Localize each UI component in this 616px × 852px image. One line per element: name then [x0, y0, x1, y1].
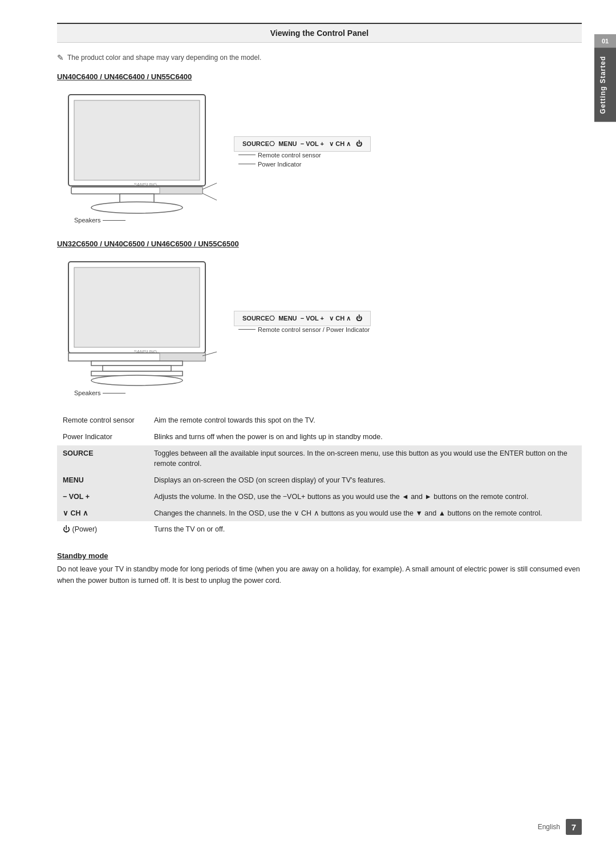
- tv-and-controls-1: SAMSUNG SOURCE⎔ MENU − VOL: [57, 89, 371, 214]
- svg-line-8: [202, 193, 217, 200]
- table-label: − VOL +: [57, 489, 148, 505]
- tv-and-controls-2: SAMSUNG SOURCE⎔ MENU − V: [57, 256, 371, 387]
- svg-rect-1: [74, 100, 200, 180]
- tv-diagram-1-wrapper: SAMSUNG SOURCE⎔ MENU − VOL: [57, 89, 371, 224]
- speakers-label-1: Speakers: [74, 217, 125, 224]
- footer-lang: English: [538, 823, 560, 831]
- table-label: ∨ CH ∧: [57, 505, 148, 522]
- footer: English 7: [538, 819, 582, 835]
- side-tab: 01 Getting Started: [594, 34, 616, 122]
- table-label: Remote control sensor: [57, 412, 148, 429]
- table-label: SOURCE: [57, 445, 148, 473]
- table-row: Remote control sensorAim the remote cont…: [57, 412, 582, 429]
- table-row: Power IndicatorBlinks and turns off when…: [57, 429, 582, 445]
- standby-text: Do not leave your TV in standby mode for…: [57, 563, 582, 586]
- table-label: MENU: [57, 472, 148, 489]
- table-row: ∨ CH ∧Changes the channels. In the OSD, …: [57, 505, 582, 522]
- svg-text:SAMSUNG: SAMSUNG: [134, 182, 157, 187]
- svg-rect-13: [160, 353, 205, 361]
- table-description: Changes the channels. In the OSD, use th…: [148, 505, 582, 522]
- section2-heading: UN32C6500 / UN40C6500 / UN46C6500 / UN55…: [57, 240, 582, 248]
- footer-page: 7: [566, 819, 582, 835]
- section1-heading: UN40C6400 / UN46C6400 / UN55C6400: [57, 72, 582, 81]
- controls-group-1: SOURCE⎔ MENU − VOL + ∨ CH ∧ ⏻ Remote con…: [234, 136, 371, 168]
- table-description: Aim the remote control towards this spot…: [148, 412, 582, 429]
- svg-point-17: [91, 375, 183, 386]
- table-row: − VOL +Adjusts the volume. In the OSD, u…: [57, 489, 582, 505]
- control-bar-2: SOURCE⎔ MENU − VOL + ∨ CH ∧ ⏻: [234, 311, 371, 326]
- table-description: Displays an on-screen the OSD (on screen…: [148, 472, 582, 489]
- table-row: ⏻ (Power)Turns the TV on or off.: [57, 521, 582, 538]
- right-labels-2: Remote control sensor / Power Indicator: [238, 326, 371, 333]
- note-icon: ✎: [57, 53, 64, 62]
- controls-group-2: SOURCE⎔ MENU − VOL + ∨ CH ∧ ⏻ Remote con…: [234, 311, 371, 333]
- remote-power-label-2: Remote control sensor / Power Indicator: [238, 326, 371, 333]
- table-label: Power Indicator: [57, 429, 148, 445]
- side-tab-number: 01: [594, 34, 616, 48]
- standby-heading: Standby mode: [57, 551, 582, 560]
- remote-sensor-label-1: Remote control sensor: [238, 152, 371, 159]
- tv-svg-2: SAMSUNG: [57, 256, 228, 387]
- table-row: SOURCEToggles between all the available …: [57, 445, 582, 473]
- note-text: The product color and shape may vary dep…: [67, 54, 261, 62]
- table-description: Toggles between all the available input …: [148, 445, 582, 473]
- table-row: MENUDisplays an on-screen the OSD (on sc…: [57, 472, 582, 489]
- page-title: Viewing the Control Panel: [57, 23, 582, 43]
- svg-rect-15: [103, 366, 171, 371]
- right-labels-1: Remote control sensor Power Indicator: [238, 152, 371, 168]
- tv-diagram-1: SAMSUNG SOURCE⎔ MENU − VOL: [57, 89, 582, 224]
- tv-diagram-2: SAMSUNG SOURCE⎔ MENU − V: [57, 256, 582, 396]
- tv-svg-1: SAMSUNG: [57, 89, 228, 214]
- svg-rect-14: [91, 361, 183, 366]
- table-description: Turns the TV on or off.: [148, 521, 582, 538]
- control-bar-1: SOURCE⎔ MENU − VOL + ∨ CH ∧ ⏻: [234, 136, 371, 152]
- description-table: Remote control sensorAim the remote cont…: [57, 412, 582, 538]
- speakers-label-2: Speakers: [74, 390, 125, 396]
- side-tab-text: Getting Started: [594, 48, 616, 122]
- table-description: Blinks and turns off when the power is o…: [148, 429, 582, 445]
- standby-section: Standby mode Do not leave your TV in sta…: [57, 551, 582, 586]
- tv-diagram-2-wrapper: SAMSUNG SOURCE⎔ MENU − V: [57, 256, 371, 396]
- svg-rect-10: [74, 267, 200, 347]
- power-indicator-label-1: Power Indicator: [238, 161, 371, 168]
- svg-point-6: [91, 202, 183, 213]
- table-label: ⏻ (Power): [57, 521, 148, 538]
- note-line: ✎ The product color and shape may vary d…: [57, 53, 582, 62]
- svg-rect-4: [160, 187, 202, 194]
- table-description: Adjusts the volume. In the OSD, use the …: [148, 489, 582, 505]
